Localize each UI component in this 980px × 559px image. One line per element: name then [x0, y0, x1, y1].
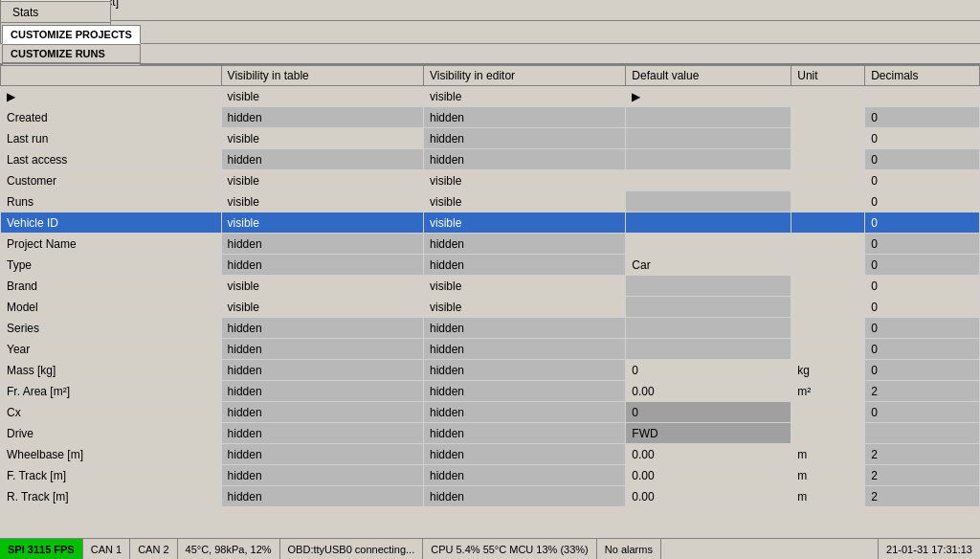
cell-decimals-4: 0 [865, 170, 980, 191]
sensor-status: 45°C, 98kPa, 12% [178, 539, 280, 559]
cell-default-14: 0.00 [626, 381, 791, 402]
cell-unit-4 [791, 170, 865, 191]
cell-vis-editor-8: hidden [423, 255, 625, 276]
cell-vis-table-1: hidden [221, 107, 423, 128]
status-bar: SPI 3115 FPS CAN 1 CAN 2 45°C, 98kPa, 12… [0, 538, 980, 559]
cell-vis-editor-11: hidden [423, 318, 625, 339]
cell-vis-table-15: hidden [221, 402, 423, 423]
cell-name-1: Created [1, 107, 222, 128]
table-body: ▶visiblevisible▶Createdhiddenhidden0Last… [1, 86, 980, 507]
cell-default-0: ▶ [626, 86, 791, 107]
table-row[interactable]: Modelvisiblevisible0 [1, 297, 980, 318]
table-row[interactable]: Customervisiblevisible0 [1, 170, 980, 191]
cell-name-4: Customer [1, 170, 222, 191]
cell-decimals-15: 0 [865, 402, 980, 423]
cell-default-12 [626, 339, 791, 360]
table-row[interactable]: Last runvisiblehidden0 [1, 128, 980, 149]
table-row[interactable]: R. Track [m]hiddenhidden0.00m2 [1, 486, 980, 507]
cell-decimals-16 [865, 423, 980, 444]
table-row[interactable]: Mass [kg]hiddenhidden0kg0 [1, 360, 980, 381]
cell-name-2: Last run [1, 128, 222, 149]
table-row[interactable]: Runsvisiblevisible0 [1, 191, 980, 212]
cell-unit-10 [791, 297, 865, 318]
cell-decimals-1: 0 [865, 107, 980, 128]
sub-nav-customize-projects[interactable]: CUSTOMIZE PROJECTS [2, 25, 141, 44]
cell-unit-12 [791, 339, 865, 360]
cell-decimals-7: 0 [865, 234, 980, 255]
cell-vis-editor-3: hidden [423, 149, 625, 170]
table-row[interactable]: Vehicle IDvisiblevisible0 [1, 212, 980, 234]
table-row[interactable]: TypehiddenhiddenCar0 [1, 255, 980, 276]
cell-decimals-10: 0 [865, 297, 980, 318]
cell-name-12: Year [1, 339, 222, 360]
cell-decimals-3: 0 [865, 149, 980, 170]
can1-status: CAN 1 [83, 539, 130, 559]
cell-unit-11 [791, 318, 865, 339]
cell-vis-editor-13: hidden [423, 360, 625, 381]
cell-unit-14: m² [791, 381, 865, 402]
cell-name-7: Project Name [1, 234, 222, 255]
table-row[interactable]: F. Track [m]hiddenhidden0.00m2 [1, 465, 980, 486]
cell-decimals-18: 2 [865, 465, 980, 486]
cell-name-18: F. Track [m] [1, 465, 222, 486]
cell-default-11 [626, 318, 791, 339]
table-row[interactable]: Wheelbase [m]hiddenhidden0.00m2 [1, 444, 980, 465]
table-row[interactable]: DrivehiddenhiddenFWD [1, 423, 980, 444]
cell-name-9: Brand [1, 276, 222, 297]
cell-vis-table-10: visible [221, 297, 423, 318]
cell-unit-19: m [791, 486, 865, 507]
cell-vis-table-13: hidden [221, 360, 423, 381]
table-row[interactable]: Project Namehiddenhidden0 [1, 234, 980, 255]
cell-vis-table-16: hidden [221, 423, 423, 444]
cell-vis-editor-12: hidden [423, 339, 625, 360]
cell-name-19: R. Track [m] [1, 486, 222, 507]
table-row[interactable]: Brandvisiblevisible0 [1, 276, 980, 297]
cell-vis-table-6: visible [221, 212, 423, 234]
cell-decimals-11: 0 [865, 318, 980, 339]
cell-vis-table-2: visible [221, 128, 423, 149]
cell-name-3: Last access [1, 149, 222, 170]
table-row[interactable]: Createdhiddenhidden0 [1, 107, 980, 128]
cell-vis-table-8: hidden [221, 255, 423, 276]
tab-bar: ProjectDynoChannelsPower correctionOBDTh… [0, 21, 980, 44]
data-table: Visibility in tableVisibility in editorD… [0, 65, 980, 507]
cell-decimals-14: 2 [865, 381, 980, 402]
cell-vis-editor-16: hidden [423, 423, 625, 444]
sub-nav-customize-runs[interactable]: CUSTOMIZE RUNS [2, 44, 141, 63]
cell-default-4 [626, 170, 791, 191]
cell-default-8: Car [626, 255, 791, 276]
cell-name-11: Series [1, 318, 222, 339]
cell-unit-1 [791, 107, 865, 128]
cell-name-0: ▶ [1, 86, 222, 107]
cell-unit-17: m [791, 444, 865, 465]
cpu-status: CPU 5.4% 55°C MCU 13% (33%) [423, 539, 597, 559]
cell-unit-13: kg [791, 360, 865, 381]
cell-vis-table-18: hidden [221, 465, 423, 486]
table-row[interactable]: ▶visiblevisible▶ [1, 86, 980, 107]
table-row[interactable]: Serieshiddenhidden0 [1, 318, 980, 339]
table-scroll-area[interactable]: Visibility in tableVisibility in editorD… [0, 65, 980, 538]
menu-bar: PROJECTSANALYZERUN - [select project]SEQ… [0, 0, 980, 21]
cell-default-7 [626, 234, 791, 255]
cell-default-15: 0 [626, 402, 791, 423]
cell-decimals-13: 0 [865, 360, 980, 381]
cell-default-1 [626, 107, 791, 128]
cell-decimals-2: 0 [865, 128, 980, 149]
table-row[interactable]: Yearhiddenhidden0 [1, 339, 980, 360]
table-row[interactable]: Fr. Area [m²]hiddenhidden0.00m²2 [1, 381, 980, 402]
tab-stats[interactable]: Stats [0, 1, 111, 22]
can2-status: CAN 2 [130, 539, 177, 559]
cell-vis-editor-19: hidden [423, 486, 625, 507]
cell-vis-editor-9: visible [423, 276, 625, 297]
cell-vis-editor-5: visible [423, 191, 625, 212]
cell-unit-5 [791, 191, 865, 212]
cell-decimals-9: 0 [865, 276, 980, 297]
table-row[interactable]: Cxhiddenhidden00 [1, 402, 980, 423]
cell-vis-editor-0: visible [423, 86, 625, 107]
cell-vis-table-11: hidden [221, 318, 423, 339]
cell-default-10 [626, 297, 791, 318]
col-header-2: Visibility in editor [423, 66, 625, 86]
cell-name-17: Wheelbase [m] [1, 444, 222, 465]
table-row[interactable]: Last accesshiddenhidden0 [1, 149, 980, 170]
cell-vis-editor-6: visible [423, 212, 625, 234]
